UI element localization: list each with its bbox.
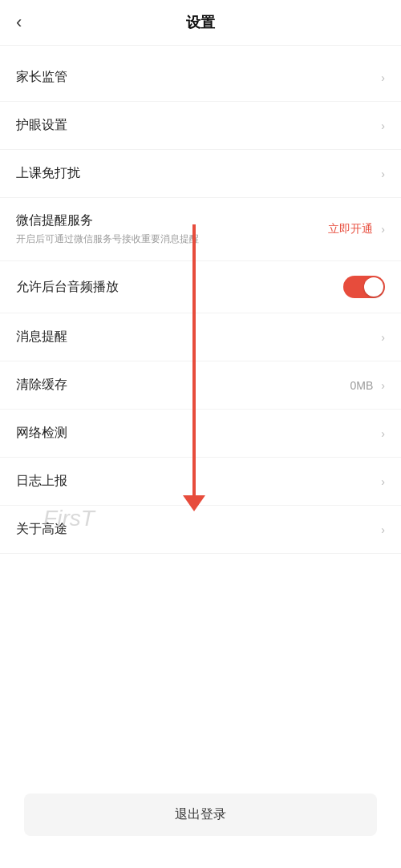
settings-item-log-report[interactable]: 日志上报 › — [0, 458, 401, 506]
item-title: 关于高途 — [16, 521, 378, 538]
item-left: 网络检测 — [16, 425, 378, 442]
page-title: 设置 — [186, 13, 215, 32]
item-right — [343, 276, 385, 298]
chevron-icon: › — [381, 379, 385, 392]
chevron-icon: › — [381, 71, 385, 84]
item-right: 0MB › — [350, 379, 385, 392]
item-title: 上课免打扰 — [16, 165, 378, 182]
chevron-icon: › — [381, 331, 385, 344]
item-title: 网络检测 — [16, 425, 378, 442]
item-right: › — [378, 523, 385, 536]
settings-item-eye-protection[interactable]: 护眼设置 › — [0, 102, 401, 150]
item-left: 微信提醒服务 开启后可通过微信服务号接收重要消息提醒 — [16, 212, 328, 246]
chevron-icon: › — [381, 427, 385, 440]
item-title: 日志上报 — [16, 473, 378, 490]
item-right: › — [378, 331, 385, 344]
settings-item-network-check[interactable]: 网络检测 › — [0, 410, 401, 458]
item-right: › — [378, 119, 385, 132]
item-title: 允许后台音频播放 — [16, 279, 343, 296]
item-right: › — [378, 168, 385, 180]
item-title: 家长监管 — [16, 69, 378, 86]
item-title: 消息提醒 — [16, 329, 378, 345]
item-left: 上课免打扰 — [16, 165, 378, 182]
item-left: 日志上报 — [16, 473, 378, 490]
logout-section: 退出登录 — [24, 793, 377, 836]
cache-size-value: 0MB — [350, 379, 374, 392]
header: ‹ 设置 — [0, 0, 401, 46]
item-right: › — [378, 71, 385, 84]
item-subtitle: 开启后可通过微信服务号接收重要消息提醒 — [16, 232, 328, 246]
settings-item-background-audio[interactable]: 允许后台音频播放 — [0, 261, 401, 313]
item-left: 家长监管 — [16, 69, 378, 86]
background-audio-toggle[interactable] — [343, 276, 385, 298]
settings-item-wechat-notification[interactable]: 微信提醒服务 开启后可通过微信服务号接收重要消息提醒 立即开通 › — [0, 198, 401, 261]
item-title: 护眼设置 — [16, 117, 378, 134]
chevron-icon: › — [381, 223, 385, 236]
settings-item-message-notification[interactable]: 消息提醒 › — [0, 313, 401, 361]
item-left: 护眼设置 — [16, 117, 378, 134]
item-right: › — [378, 427, 385, 440]
item-title: 微信提醒服务 — [16, 212, 328, 229]
open-link-label[interactable]: 立即开通 — [328, 222, 373, 236]
item-title: 清除缓存 — [16, 377, 350, 394]
item-left: 消息提醒 — [16, 329, 378, 345]
chevron-icon: › — [381, 168, 385, 180]
settings-item-parental-control[interactable]: 家长监管 › — [0, 54, 401, 102]
settings-list: 家长监管 › 护眼设置 › 上课免打扰 › 微信提醒服务 开启后可通过微信服务号… — [0, 54, 401, 554]
chevron-icon: › — [381, 119, 385, 132]
chevron-icon: › — [381, 475, 385, 488]
item-left: 关于高途 — [16, 521, 378, 538]
item-left: 允许后台音频播放 — [16, 279, 343, 296]
item-left: 清除缓存 — [16, 377, 350, 394]
back-button[interactable]: ‹ — [16, 14, 22, 31]
settings-item-about[interactable]: 关于高途 › — [0, 506, 401, 554]
chevron-icon: › — [381, 523, 385, 536]
settings-item-clear-cache[interactable]: 清除缓存 0MB › — [0, 361, 401, 410]
item-right: › — [378, 475, 385, 488]
logout-button[interactable]: 退出登录 — [24, 793, 377, 836]
item-right: 立即开通 › — [328, 222, 385, 236]
settings-item-no-disturb[interactable]: 上课免打扰 › — [0, 150, 401, 198]
